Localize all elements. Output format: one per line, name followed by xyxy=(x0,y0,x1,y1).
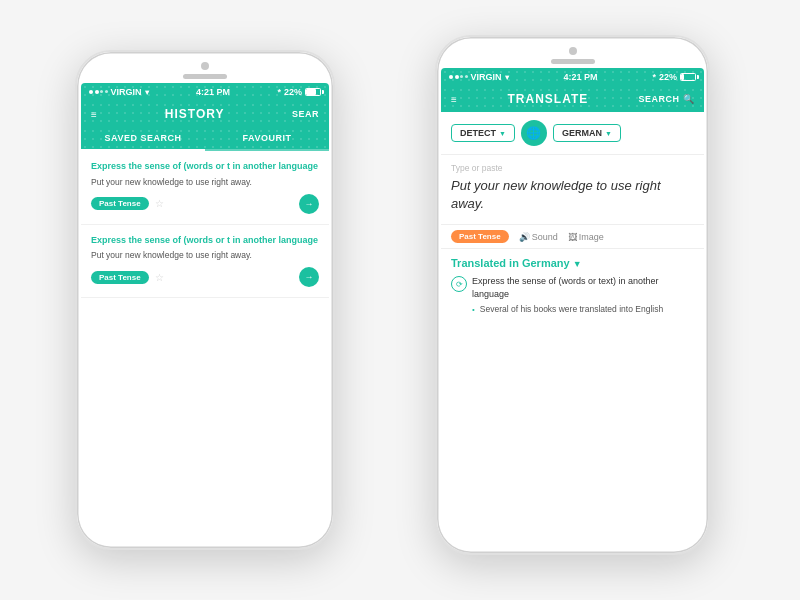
status-bar-history: VIRGIN ▾ 4:21 PM * 22% xyxy=(81,83,329,101)
result-sub-text: Several of his books were translated int… xyxy=(480,304,663,315)
action-btn-1[interactable]: → xyxy=(299,194,319,214)
star-icon-2[interactable]: ☆ xyxy=(155,272,164,283)
status-right-back: * 22% xyxy=(277,87,321,97)
battery-icon-front xyxy=(680,73,696,81)
camera-back xyxy=(201,62,209,70)
item-sub-2: Put your new knowledge to use right away… xyxy=(91,250,319,261)
sync-icon: ⟳ xyxy=(456,280,463,289)
time-back: 4:21 PM xyxy=(196,87,230,97)
result-item: ⟳ Express the sense of (words or text) i… xyxy=(451,275,694,300)
bluetooth-icon-front: * xyxy=(652,72,656,82)
status-right-front: * 22% xyxy=(652,72,696,82)
item-text-2: Express the sense of (words or t in anot… xyxy=(91,235,319,247)
image-icon: 🖼 xyxy=(568,232,577,242)
time-front: 4:21 PM xyxy=(563,72,597,82)
wifi-icon: ▾ xyxy=(145,88,149,97)
translate-content: DETECT ▼ 🌐 GERMAN ▼ Type or paste Put yo… xyxy=(441,112,704,518)
speaker-back xyxy=(183,74,227,79)
result-icon: ⟳ xyxy=(451,276,467,292)
phone-history: VIRGIN ▾ 4:21 PM * 22% ≡ HISTORY SEAR xyxy=(75,50,335,550)
history-tabs: SAVED SEARCH FAVOURIT xyxy=(81,127,329,151)
list-item: Express the sense of (words or t in anot… xyxy=(81,225,329,299)
battery-pct-front: 22% xyxy=(659,72,677,82)
screen-history: VIRGIN ▾ 4:21 PM * 22% ≡ HISTORY SEAR xyxy=(81,83,329,513)
carrier-front: VIRGIN xyxy=(471,72,502,82)
action-btn-2[interactable]: → xyxy=(299,267,319,287)
bluetooth-icon: * xyxy=(277,87,281,97)
dot2 xyxy=(95,90,99,94)
item-actions-1: Past Tense ☆ → xyxy=(91,194,319,214)
input-text: Put your new knowledge to use right away… xyxy=(451,177,694,213)
dot4f xyxy=(465,75,468,78)
status-bar-translate: VIRGIN ▾ 4:21 PM * 22% xyxy=(441,68,704,86)
history-title: HISTORY xyxy=(165,107,225,121)
dot2f xyxy=(455,75,459,79)
translate-title: TRANSLATE xyxy=(508,92,589,106)
camera-front xyxy=(569,47,577,55)
battery-pct-back: 22% xyxy=(284,87,302,97)
phone-top-front xyxy=(437,37,708,68)
signal-dots xyxy=(89,90,108,94)
result-main-text: Express the sense of (words or text) in … xyxy=(472,275,694,300)
dot3f xyxy=(460,75,463,78)
signal-dots-front xyxy=(449,75,468,79)
translate-result: Translated in Germany ▼ ⟳ Express the se… xyxy=(441,249,704,323)
phone-translate: VIRGIN ▾ 4:21 PM * 22% ≡ TRANSLATE SEARC… xyxy=(435,35,710,555)
carrier-back: VIRGIN xyxy=(111,87,142,97)
app-header-translate: ≡ TRANSLATE SEARCH 🔍 xyxy=(441,86,704,112)
dot1f xyxy=(449,75,453,79)
language-row: DETECT ▼ 🌐 GERMAN ▼ xyxy=(441,112,704,155)
speaker-front xyxy=(551,59,595,64)
wifi-icon-front: ▾ xyxy=(505,73,509,82)
globe-icon[interactable]: 🌐 xyxy=(521,120,547,146)
screen-translate: VIRGIN ▾ 4:21 PM * 22% ≡ TRANSLATE SEARC… xyxy=(441,68,704,518)
search-link-translate[interactable]: SEARCH 🔍 xyxy=(638,94,694,104)
list-item: Express the sense of (words or t in anot… xyxy=(81,151,329,225)
image-button[interactable]: 🖼 Image xyxy=(568,232,604,242)
input-actions: Past Tense 🔊 Sound 🖼 Image xyxy=(441,225,704,249)
phone-top-back xyxy=(77,52,333,83)
search-link-history[interactable]: SEAR xyxy=(292,109,319,119)
sound-button[interactable]: 🔊 Sound xyxy=(519,232,558,242)
result-sub: • Several of his books were translated i… xyxy=(451,304,694,315)
tag-pill-orange[interactable]: Past Tense xyxy=(451,230,509,243)
battery-icon-back xyxy=(305,88,321,96)
tag-pill-1[interactable]: Past Tense xyxy=(91,197,149,210)
tab-favourites[interactable]: FAVOURIT xyxy=(205,127,329,149)
dot4 xyxy=(105,90,108,93)
chevron-down-icon-lang: ▼ xyxy=(605,130,612,137)
language-button[interactable]: GERMAN ▼ xyxy=(553,124,621,142)
tag-pill-2[interactable]: Past Tense xyxy=(91,271,149,284)
detect-button[interactable]: DETECT ▼ xyxy=(451,124,515,142)
app-header-history: ≡ HISTORY SEAR xyxy=(81,101,329,127)
chevron-down-icon: ▼ xyxy=(499,130,506,137)
scene: VIRGIN ▾ 4:21 PM * 22% ≡ HISTORY SEAR xyxy=(0,0,800,600)
search-icon: 🔍 xyxy=(683,94,695,104)
sound-icon: 🔊 xyxy=(519,232,530,242)
translate-label: Translated in Germany ▼ xyxy=(451,257,694,269)
text-input-area[interactable]: Type or paste Put your new knowledge to … xyxy=(441,155,704,225)
bullet-icon: • xyxy=(472,305,475,314)
history-content: Express the sense of (words or t in anot… xyxy=(81,151,329,513)
item-actions-2: Past Tense ☆ → xyxy=(91,267,319,287)
menu-icon-history[interactable]: ≡ xyxy=(91,109,97,120)
star-icon-1[interactable]: ☆ xyxy=(155,198,164,209)
tab-saved-search[interactable]: SAVED SEARCH xyxy=(81,127,205,149)
menu-icon-translate[interactable]: ≡ xyxy=(451,94,457,105)
status-left-front: VIRGIN ▾ xyxy=(449,72,509,82)
item-text-1: Express the sense of (words or t in anot… xyxy=(91,161,319,173)
dot3 xyxy=(100,90,103,93)
chevron-down-result[interactable]: ▼ xyxy=(573,259,582,269)
item-sub-1: Put your new knowledge to use right away… xyxy=(91,177,319,188)
status-left: VIRGIN ▾ xyxy=(89,87,149,97)
input-placeholder: Type or paste xyxy=(451,163,694,173)
dot1 xyxy=(89,90,93,94)
